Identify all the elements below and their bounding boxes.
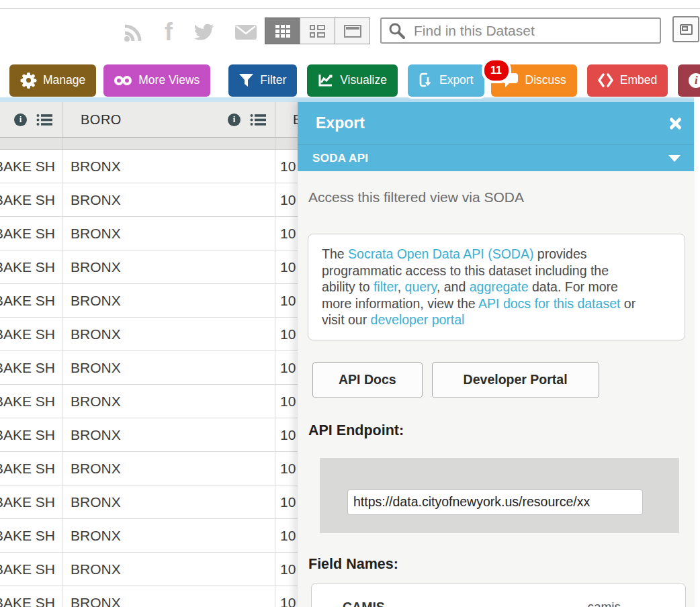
- column-info-icon[interactable]: i: [228, 113, 240, 126]
- field-display-name: CAMIS: [343, 600, 385, 607]
- column-menu-icon[interactable]: [250, 113, 266, 126]
- grid-view-icon: [275, 25, 290, 38]
- about-button[interactable]: i About: [678, 64, 700, 97]
- cell-boro[interactable]: BRONX: [62, 351, 275, 384]
- column-header-boro[interactable]: BORO i: [62, 102, 275, 137]
- code-brackets-icon: [598, 73, 613, 87]
- cell-boro[interactable]: BRONX: [62, 418, 275, 451]
- fullscreen-button[interactable]: [672, 16, 699, 42]
- cell-boro[interactable]: BRONX: [62, 553, 275, 586]
- cell-boro[interactable]: BRONX: [62, 385, 275, 418]
- fullscreen-icon: [680, 24, 693, 35]
- binoculars-icon: [114, 76, 132, 85]
- inline-link[interactable]: API docs for this dataset: [478, 296, 620, 311]
- field-api-name: camis: [587, 600, 621, 607]
- column-header-first[interactable]: i: [0, 102, 62, 137]
- close-icon[interactable]: [668, 116, 683, 131]
- rss-icon[interactable]: [123, 21, 144, 43]
- field-names-label: Field Names:: [308, 556, 694, 573]
- gear-icon: [20, 73, 36, 89]
- top-divider: [0, 8, 700, 9]
- dataset-search-box: [380, 17, 661, 44]
- cell-dba[interactable]: BAKE SH: [0, 183, 62, 216]
- cell-dba[interactable]: BAKE SH: [0, 385, 62, 418]
- export-download-icon: [419, 73, 433, 88]
- rich-list-icon: [310, 25, 325, 38]
- visualize-button[interactable]: Visualize: [307, 64, 398, 97]
- export-button[interactable]: Export: [408, 64, 484, 97]
- search-input[interactable]: [412, 22, 653, 40]
- cell-boro[interactable]: BRONX: [62, 485, 275, 518]
- email-icon[interactable]: [234, 24, 257, 40]
- cell-dba[interactable]: BAKE SH: [0, 586, 62, 607]
- cell-boro[interactable]: BRONX: [62, 217, 275, 250]
- cell-dba[interactable]: BAKE SH: [0, 217, 62, 250]
- action-toolbar: Manage More Views Filter Visualize Expor…: [0, 64, 700, 97]
- embed-button[interactable]: Embed: [587, 64, 668, 97]
- filter-label: Filter: [260, 73, 286, 87]
- more-views-label: More Views: [138, 73, 200, 87]
- inline-link[interactable]: filter: [374, 279, 398, 294]
- cell-dba[interactable]: BAKE SH: [0, 351, 62, 384]
- column-menu-icon[interactable]: [36, 113, 52, 126]
- cell-dba[interactable]: BAKE SH: [0, 553, 62, 586]
- cell-boro[interactable]: BRONX: [62, 318, 275, 351]
- api-endpoint-label: API Endpoint:: [308, 422, 694, 439]
- inline-link[interactable]: aggregate: [470, 279, 529, 294]
- inline-link[interactable]: query: [405, 279, 437, 294]
- cell-dba[interactable]: BAKE SH: [0, 150, 62, 183]
- api-endpoint-box: [320, 458, 679, 533]
- view-mode-toggle: [265, 17, 370, 44]
- api-docs-button[interactable]: API Docs: [312, 362, 423, 398]
- cell-boro[interactable]: BRONX: [62, 586, 275, 607]
- social-share-icons: f: [123, 17, 257, 47]
- filter-button[interactable]: Filter: [228, 64, 297, 97]
- field-names-box: CAMIS camis: [311, 583, 686, 607]
- soda-api-section-header[interactable]: SODA API: [298, 144, 694, 171]
- cell-dba[interactable]: BAKE SH: [0, 418, 62, 451]
- soda-description-box: The Socrata Open Data API (SODA) provide…: [308, 234, 685, 340]
- chart-icon: [318, 73, 333, 87]
- facebook-icon[interactable]: f: [165, 22, 173, 42]
- cell-boro[interactable]: BRONX: [62, 519, 275, 552]
- field-list: CAMIS camis: [312, 600, 685, 607]
- inline-link[interactable]: Socrata Open Data API (SODA): [348, 246, 533, 261]
- page-view-button[interactable]: [335, 17, 370, 44]
- search-icon: [388, 22, 406, 40]
- page-view-icon: [344, 25, 361, 38]
- panel-buttons: API Docs Developer Portal: [312, 362, 694, 398]
- manage-button[interactable]: Manage: [9, 64, 96, 97]
- developer-portal-button[interactable]: Developer Portal: [432, 362, 599, 398]
- cell-dba[interactable]: BAKE SH: [0, 250, 62, 283]
- chevron-down-icon: [668, 155, 681, 162]
- soda-intro-text: Access this filtered view via SODA: [308, 189, 683, 205]
- inline-link[interactable]: developer portal: [371, 312, 465, 327]
- funnel-icon: [239, 74, 253, 87]
- cell-boro[interactable]: BRONX: [62, 284, 275, 317]
- field-row: CAMIS camis: [312, 600, 685, 607]
- info-icon: i: [689, 73, 700, 88]
- more-views-button[interactable]: More Views: [103, 64, 210, 97]
- column-label: BORO: [81, 112, 122, 128]
- cell-dba[interactable]: BAKE SH: [0, 284, 62, 317]
- cell-boro[interactable]: BRONX: [62, 250, 275, 283]
- cell-dba[interactable]: BAKE SH: [0, 519, 62, 552]
- soda-description: The Socrata Open Data API (SODA) provide…: [322, 246, 671, 328]
- cell-boro[interactable]: BRONX: [62, 183, 275, 216]
- discuss-count-badge: 11: [482, 58, 511, 83]
- cell-boro[interactable]: BRONX: [62, 150, 275, 183]
- cell-dba[interactable]: BAKE SH: [0, 318, 62, 351]
- table-view-button[interactable]: [265, 17, 300, 44]
- cell-boro[interactable]: BRONX: [62, 452, 275, 485]
- manage-label: Manage: [43, 73, 85, 87]
- export-panel: Export SODA API Access this filtered vie…: [298, 99, 694, 607]
- rich-list-view-button[interactable]: [300, 17, 335, 44]
- soda-api-label: SODA API: [312, 152, 368, 165]
- cell-dba[interactable]: BAKE SH: [0, 452, 62, 485]
- cell-dba[interactable]: BAKE SH: [0, 485, 62, 518]
- export-label: Export: [439, 73, 474, 87]
- api-endpoint-input[interactable]: [347, 489, 643, 515]
- discuss-label: Discuss: [525, 73, 566, 87]
- column-info-icon[interactable]: i: [14, 113, 27, 126]
- twitter-icon[interactable]: [193, 23, 214, 42]
